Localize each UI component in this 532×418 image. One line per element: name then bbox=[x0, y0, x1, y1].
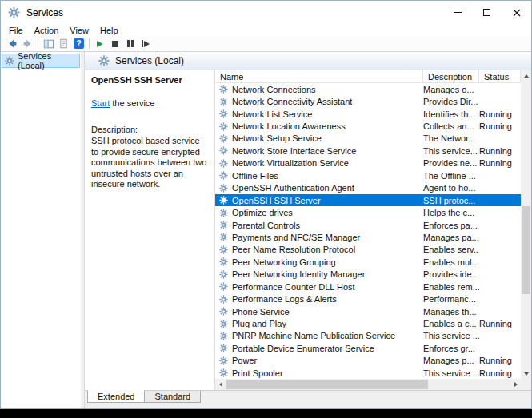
vertical-scrollbar[interactable] bbox=[521, 70, 531, 379]
service-row[interactable]: Network Connections Manages o... bbox=[215, 83, 521, 95]
stop-icon bbox=[112, 41, 118, 47]
service-row[interactable]: Peer Name Resolution Protocol Enables se… bbox=[215, 244, 521, 256]
service-gear-icon bbox=[219, 356, 228, 365]
service-name: Performance Counter DLL Host bbox=[232, 282, 355, 292]
minimize-button[interactable] bbox=[442, 1, 472, 24]
service-status: Running bbox=[479, 158, 521, 168]
list-header: Name Description Status bbox=[215, 70, 521, 83]
service-row[interactable]: Network Setup Service The Networ... bbox=[215, 133, 521, 145]
service-row[interactable]: Optimize drives Helps the c... bbox=[215, 206, 521, 218]
toolbar-separator bbox=[89, 38, 90, 49]
scroll-down-arrow[interactable] bbox=[521, 368, 531, 379]
service-name: Portable Device Enumerator Service bbox=[232, 344, 374, 353]
service-status: Running bbox=[479, 356, 521, 365]
service-row[interactable]: Power Manages p... Running bbox=[215, 355, 521, 367]
tree-item-label: Services (Local) bbox=[18, 51, 79, 70]
service-row[interactable]: Plug and Play Enables a c... Running bbox=[215, 317, 521, 329]
service-gear-icon bbox=[219, 245, 228, 254]
results-pane-header: Services (Local) bbox=[85, 52, 531, 70]
show-hide-console-tree-button[interactable] bbox=[41, 37, 56, 50]
service-description: Enables serv... bbox=[423, 245, 479, 254]
column-header-status[interactable]: Status bbox=[479, 70, 521, 82]
service-row[interactable]: OpenSSH SSH Server SSH protoc... bbox=[215, 194, 521, 206]
scroll-left-arrow[interactable] bbox=[215, 379, 226, 390]
column-header-name[interactable]: Name bbox=[215, 70, 423, 82]
service-description: Provides ide... bbox=[423, 269, 479, 279]
back-button[interactable] bbox=[5, 37, 20, 50]
service-status: Running bbox=[479, 109, 521, 119]
results-content: OpenSSH SSH Server Start the service Des… bbox=[85, 70, 531, 390]
service-row[interactable]: Print Spooler This service ... Running bbox=[215, 367, 521, 379]
service-name: Offline Files bbox=[232, 171, 278, 181]
service-name: Network List Service bbox=[232, 109, 312, 119]
service-name-cell: Portable Device Enumerator Service bbox=[215, 344, 423, 353]
service-description: Enforces gr... bbox=[423, 344, 479, 353]
scroll-right-arrow[interactable] bbox=[510, 379, 521, 390]
start-service-button[interactable] bbox=[92, 37, 107, 50]
scroll-up-arrow[interactable] bbox=[521, 70, 531, 81]
horizontal-scrollbar-thumb[interactable] bbox=[226, 380, 428, 389]
help-button[interactable]: ? bbox=[71, 37, 86, 50]
tree-item-services-local[interactable]: Services (Local) bbox=[2, 54, 80, 68]
service-description: Enforces pa... bbox=[423, 221, 479, 230]
export-list-button[interactable] bbox=[56, 37, 71, 50]
menu-item[interactable]: Help bbox=[94, 26, 124, 35]
service-gear-icon bbox=[219, 332, 228, 340]
view-tab[interactable]: Extended bbox=[87, 390, 145, 403]
service-name: Network Store Interface Service bbox=[232, 146, 356, 156]
service-row[interactable]: Offline Files The Offline ... bbox=[215, 169, 521, 181]
service-gear-icon bbox=[219, 196, 228, 205]
service-row[interactable]: OpenSSH Authentication Agent Agent to ho… bbox=[215, 182, 521, 194]
selected-service-name: OpenSSH SSH Server bbox=[91, 75, 208, 85]
service-row[interactable]: Network Virtualization Service Provides … bbox=[215, 157, 521, 169]
start-service-link[interactable]: Start bbox=[91, 98, 110, 108]
service-row[interactable]: Payments and NFC/SE Manager Manages pa..… bbox=[215, 231, 521, 243]
service-row[interactable]: PNRP Machine Name Publication Service Th… bbox=[215, 330, 521, 342]
service-row[interactable]: Phone Service Manages th... bbox=[215, 305, 521, 317]
service-name-cell: Network Virtualization Service bbox=[215, 158, 423, 168]
forward-button[interactable] bbox=[20, 37, 35, 50]
service-gear-icon bbox=[219, 295, 228, 304]
service-row[interactable]: Performance Counter DLL Host Enables rem… bbox=[215, 281, 521, 293]
menu-item[interactable]: View bbox=[64, 26, 94, 35]
minimize-icon bbox=[454, 12, 462, 13]
service-status: Running bbox=[479, 319, 521, 328]
service-row[interactable]: Network Connectivity Assistant Provides … bbox=[215, 95, 521, 107]
service-gear-icon bbox=[219, 282, 228, 291]
stop-service-button[interactable] bbox=[107, 37, 122, 50]
menu-item[interactable]: Action bbox=[29, 26, 65, 35]
service-row[interactable]: Network Store Interface Service This ser… bbox=[215, 145, 521, 157]
start-service-suffix: the service bbox=[110, 98, 154, 108]
menu-item[interactable]: File bbox=[3, 26, 29, 35]
column-header-description[interactable]: Description bbox=[423, 70, 479, 82]
service-name-cell: Network Setup Service bbox=[215, 133, 423, 143]
service-row[interactable]: Parental Controls Enforces pa... bbox=[215, 219, 521, 231]
service-name: Peer Networking Identity Manager bbox=[232, 269, 365, 279]
horizontal-scrollbar[interactable] bbox=[215, 379, 521, 390]
service-row[interactable]: Peer Networking Identity Manager Provide… bbox=[215, 269, 521, 281]
service-description: The Offline ... bbox=[423, 171, 479, 181]
vertical-scrollbar-thumb[interactable] bbox=[522, 206, 530, 294]
restart-service-button[interactable] bbox=[138, 37, 153, 50]
play-icon bbox=[97, 41, 103, 47]
service-name-cell: Parental Controls bbox=[215, 221, 423, 230]
service-row[interactable]: Portable Device Enumerator Service Enfor… bbox=[215, 342, 521, 354]
service-description-text: SSH protocol based service to provide se… bbox=[91, 136, 208, 190]
title-bar[interactable]: Services bbox=[1, 1, 531, 24]
pause-service-button[interactable] bbox=[122, 37, 138, 50]
service-description: Agent to ho... bbox=[423, 183, 479, 193]
service-name-cell: Print Spooler bbox=[215, 368, 423, 378]
close-button[interactable] bbox=[502, 1, 531, 24]
service-name: OpenSSH SSH Server bbox=[232, 196, 321, 205]
view-tab[interactable]: Standard bbox=[144, 391, 201, 403]
service-row[interactable]: Network List Service Identifies th... Ru… bbox=[215, 108, 521, 120]
service-row[interactable]: Performance Logs & Alerts Performanc... bbox=[215, 293, 521, 305]
maximize-button[interactable] bbox=[472, 1, 502, 24]
service-name-cell: Peer Name Resolution Protocol bbox=[215, 245, 423, 254]
service-row[interactable]: Network Location Awareness Collects an..… bbox=[215, 120, 521, 132]
service-row[interactable]: Peer Networking Grouping Enables mul... bbox=[215, 256, 521, 268]
menu-bar: FileActionViewHelp bbox=[1, 24, 531, 36]
service-gear-icon bbox=[219, 368, 228, 377]
service-description: Enables mul... bbox=[423, 257, 479, 267]
service-name-cell: Peer Networking Grouping bbox=[215, 257, 423, 267]
